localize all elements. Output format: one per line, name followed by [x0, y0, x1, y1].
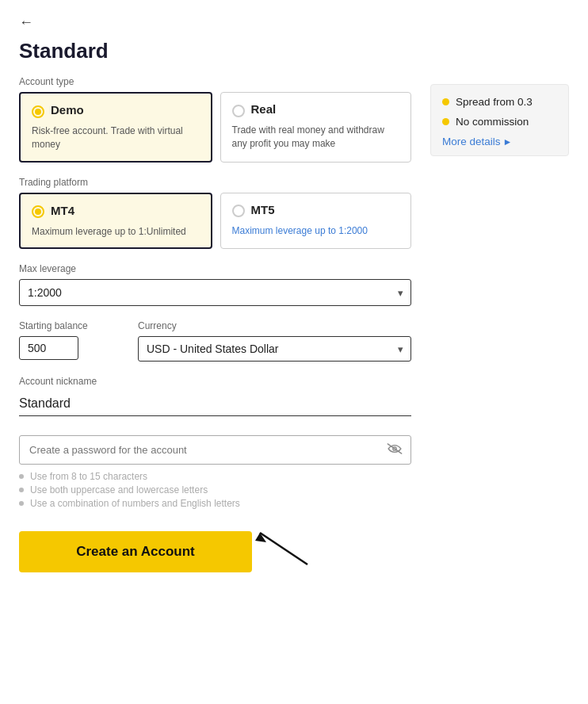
account-type-real[interactable]: Real Trade with real money and withdraw …: [220, 92, 412, 163]
mt4-radio-inner: [35, 209, 41, 215]
starting-balance-col: Starting balance: [19, 320, 122, 362]
mt5-radio[interactable]: [232, 205, 245, 217]
demo-radio-inner: [35, 109, 41, 115]
back-button[interactable]: ←: [19, 14, 569, 31]
password-wrapper: [19, 435, 411, 465]
starting-balance-label: Starting balance: [19, 320, 122, 331]
mt4-desc: Maximum leverage up to 1:Unlimited: [32, 225, 200, 239]
nickname-label: Account nickname: [19, 376, 411, 387]
mt4-radio[interactable]: [32, 205, 44, 218]
starting-balance-input[interactable]: [19, 336, 78, 360]
sidebar-spread: Spread from 0.3: [442, 96, 557, 108]
hint-3: Use a combination of numbers and English…: [19, 498, 411, 509]
create-account-button[interactable]: Create an Account: [19, 531, 252, 572]
mt5-radio-row: MT5: [232, 203, 400, 220]
max-leverage-section: Max leverage 1:2000 1:1000 1:500 1:200 1…: [19, 263, 411, 306]
page-container: ← Standard Account type Demo Ris: [0, 0, 588, 596]
trading-platform-section: Trading platform MT4 Maximum leverage up…: [19, 177, 411, 250]
password-hints: Use from 8 to 15 characters Use both upp…: [19, 471, 411, 509]
mt4-radio-row: MT4: [32, 204, 200, 220]
arrow-annotation: [252, 525, 323, 572]
demo-title: Demo: [51, 103, 84, 117]
max-leverage-select[interactable]: 1:2000 1:1000 1:500 1:200 1:100 1:50 1:2…: [19, 279, 411, 306]
more-details-link[interactable]: More details ►: [442, 136, 557, 147]
commission-dot-icon: [442, 118, 449, 125]
mt5-title: MT5: [251, 203, 275, 216]
password-input[interactable]: [20, 436, 379, 464]
real-desc: Trade with real money and withdraw any p…: [232, 124, 400, 151]
main-layout: Account type Demo Risk-free account. Tra…: [19, 76, 569, 572]
currency-col: Currency USD - United States Dollar EUR …: [138, 320, 411, 362]
hint-dot-2: [19, 488, 24, 492]
more-details-text: More details: [442, 136, 501, 147]
demo-radio-row: Demo: [32, 103, 200, 120]
demo-desc: Risk-free account. Trade with virtual mo…: [32, 124, 200, 151]
trading-platform-options: MT4 Maximum leverage up to 1:Unlimited M…: [19, 193, 411, 250]
sidebar-commission-text: No commission: [456, 116, 529, 128]
real-radio[interactable]: [232, 105, 245, 117]
page-title: Standard: [19, 39, 569, 63]
real-radio-row: Real: [232, 102, 400, 119]
create-btn-container: Create an Account: [19, 517, 252, 572]
demo-radio[interactable]: [32, 105, 44, 118]
sidebar: Spread from 0.3 No commission More detai…: [430, 76, 569, 572]
hint-1: Use from 8 to 15 characters: [19, 471, 411, 482]
platform-mt4[interactable]: MT4 Maximum leverage up to 1:Unlimited: [19, 193, 212, 250]
form-section: Account type Demo Risk-free account. Tra…: [19, 76, 411, 572]
trading-platform-label: Trading platform: [19, 177, 411, 188]
mt5-desc: Maximum leverage up to 1:2000: [232, 224, 400, 238]
real-title: Real: [251, 102, 277, 116]
account-type-label: Account type: [19, 76, 411, 87]
nickname-section: Account nickname: [19, 376, 411, 416]
sidebar-spread-text: Spread from 0.3: [456, 96, 533, 108]
hint-dot-3: [19, 501, 24, 506]
svg-marker-2: [255, 533, 266, 542]
svg-line-1: [260, 533, 307, 564]
password-visibility-toggle[interactable]: [379, 443, 410, 457]
password-section: Use from 8 to 15 characters Use both upp…: [19, 435, 411, 509]
max-leverage-label: Max leverage: [19, 263, 411, 274]
mt4-title: MT4: [51, 204, 74, 217]
account-type-demo[interactable]: Demo Risk-free account. Trade with virtu…: [19, 92, 212, 163]
sidebar-commission: No commission: [442, 116, 557, 128]
account-type-section: Account type Demo Risk-free account. Tra…: [19, 76, 411, 163]
currency-select-wrapper: USD - United States Dollar EUR - Euro GB…: [138, 336, 411, 362]
spread-dot-icon: [442, 98, 449, 105]
currency-select[interactable]: USD - United States Dollar EUR - Euro GB…: [138, 336, 411, 362]
nickname-input[interactable]: [19, 392, 411, 416]
more-details-arrow-icon: ►: [503, 136, 513, 147]
balance-currency-row: Starting balance Currency USD - United S…: [19, 320, 411, 362]
hint-dot-1: [19, 474, 24, 479]
sidebar-card: Spread from 0.3 No commission More detai…: [430, 84, 569, 156]
account-type-options: Demo Risk-free account. Trade with virtu…: [19, 92, 411, 163]
max-leverage-select-wrapper: 1:2000 1:1000 1:500 1:200 1:100 1:50 1:2…: [19, 279, 411, 306]
currency-label: Currency: [138, 320, 411, 331]
platform-mt5[interactable]: MT5 Maximum leverage up to 1:2000: [220, 193, 412, 250]
hint-2: Use both uppercase and lowercase letters: [19, 484, 411, 495]
